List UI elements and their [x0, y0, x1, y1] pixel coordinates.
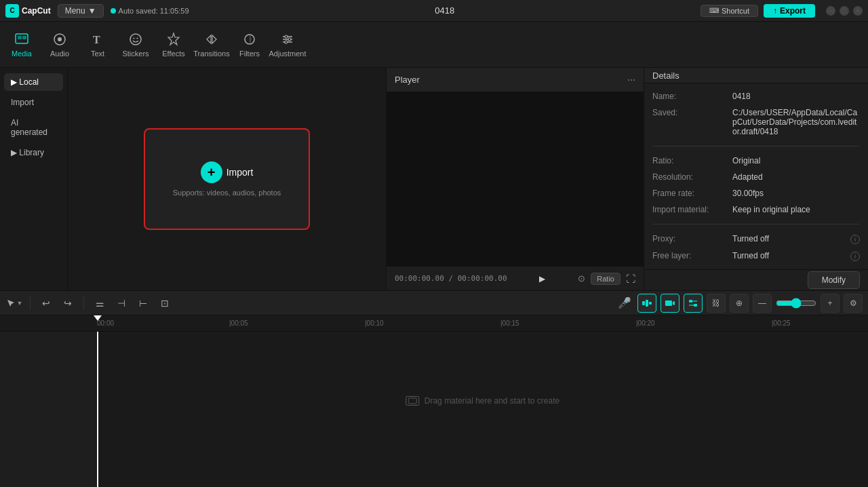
content-area: ▶ Local Import AI generated ▶ Library + …: [0, 68, 868, 290]
detail-value-name: 0418: [732, 92, 860, 101]
settings-button[interactable]: ⚙: [844, 294, 863, 313]
detail-row-free-layer: Free layer: Turned off i: [652, 251, 860, 261]
svg-rect-2: [22, 36, 26, 39]
toolbar-item-audio[interactable]: Audio: [41, 24, 79, 65]
sidebar-item-local[interactable]: ▶ Local: [4, 73, 63, 91]
svg-rect-17: [642, 301, 645, 305]
split-button[interactable]: ⚌: [91, 294, 108, 312]
local-arrow-icon: ▶: [11, 77, 19, 87]
maximize-button[interactable]: □: [840, 6, 849, 16]
fullscreen-icon[interactable]: ⛶: [626, 273, 635, 284]
close-button[interactable]: ✕: [853, 6, 863, 16]
audio-label: Audio: [50, 50, 69, 58]
trim-right-button[interactable]: ⊢: [134, 294, 152, 312]
play-button[interactable]: ▶: [534, 271, 551, 287]
player-controls: 00:00:00.00 / 00:00:00.00 ▶ ⊙ Ratio ⛶: [387, 266, 644, 290]
import-box[interactable]: + Import Supports: videos, audios, photo…: [144, 128, 310, 230]
zoom-in-button[interactable]: +: [821, 294, 840, 313]
main-toolbar: Media Audio T Text Stickers Effects: [0, 22, 868, 68]
playhead-triangle-icon: [94, 315, 102, 321]
toolbar-item-transitions[interactable]: Transitions: [193, 24, 231, 65]
svg-text:T: T: [93, 34, 100, 45]
detail-row-ratio: Ratio: Original: [652, 156, 860, 165]
menu-button[interactable]: Menu ▼: [58, 4, 104, 18]
select-tool[interactable]: ▼: [5, 294, 23, 312]
timeline-toolbar: ▼ ↩ ↪ ⚌ ⊣ ⊢ ⊡ 🎤: [0, 291, 868, 315]
adjustment-label: Adjustment: [269, 50, 306, 58]
clip-settings-button[interactable]: [684, 294, 703, 313]
player-time-display: 00:00:00.00 / 00:00:00.00: [395, 274, 507, 283]
zoom-out-button[interactable]: —: [753, 294, 772, 313]
logo-text: CapCut: [22, 6, 51, 16]
detail-value-import-material: Keep in original place: [732, 205, 860, 214]
media-label: Media: [12, 50, 32, 58]
microphone-button[interactable]: 🎤: [616, 294, 633, 312]
toolbar-item-stickers[interactable]: Stickers: [117, 24, 155, 65]
ruler-mark-5: |00:05: [229, 319, 248, 327]
svg-point-6: [130, 34, 141, 45]
export-icon: ↑: [773, 6, 777, 16]
minimize-button[interactable]: —: [826, 6, 835, 16]
fit-to-screen-icon[interactable]: ⊙: [578, 273, 585, 284]
toolbar-item-media[interactable]: Media: [3, 24, 41, 65]
stickers-icon: [128, 32, 143, 47]
redo-button[interactable]: ↪: [59, 294, 77, 312]
ruler-mark-25: |00:25: [772, 319, 791, 327]
detail-row-import-material: Import material: Keep in original place: [652, 205, 860, 214]
detail-value-framerate: 30.00fps: [732, 189, 860, 198]
sidebar-item-library[interactable]: ▶ Library: [4, 144, 63, 161]
toolbar-separator-1: [30, 296, 31, 310]
audio-icon: [52, 32, 67, 47]
playhead-indicator: [97, 315, 105, 321]
audio-track-button[interactable]: [637, 294, 656, 313]
video-track-button[interactable]: [660, 294, 679, 313]
zoom-range[interactable]: [776, 298, 816, 309]
svg-point-7: [134, 37, 135, 39]
export-label: Export: [780, 6, 806, 16]
snap-button[interactable]: ⊕: [730, 294, 749, 313]
modify-button[interactable]: Modify: [808, 271, 860, 289]
trim-left-button[interactable]: ⊣: [113, 294, 130, 312]
sidebar-item-import[interactable]: Import: [4, 94, 63, 111]
proxy-info-icon[interactable]: i: [850, 235, 860, 244]
svg-point-14: [285, 35, 288, 38]
toolbar-separator-2: [83, 296, 84, 310]
sidebar-item-ai-generated[interactable]: AI generated: [4, 114, 63, 141]
shortcut-label: Shortcut: [722, 7, 749, 15]
titlebar-right: ⌨ Shortcut ↑ Export — □ ✕: [701, 4, 863, 18]
ruler-mark-15: |00:15: [500, 319, 519, 327]
delete-button[interactable]: ⊡: [156, 294, 174, 312]
link-button[interactable]: ⛓: [707, 294, 726, 313]
timeline-toolbar-right: 🎤: [616, 294, 863, 313]
sidebar: ▶ Local Import AI generated ▶ Library: [0, 68, 68, 290]
detail-row-framerate: Frame rate: 30.00fps: [652, 189, 860, 198]
playhead-line: [97, 332, 98, 487]
detail-value-proxy: Turned off: [732, 234, 845, 244]
filters-icon: [242, 32, 257, 47]
detail-key-ratio: Ratio:: [652, 156, 727, 165]
svg-rect-1: [18, 36, 22, 39]
detail-key-framerate: Frame rate:: [652, 189, 727, 198]
shortcut-button[interactable]: ⌨ Shortcut: [701, 5, 758, 17]
undo-button[interactable]: ↩: [37, 294, 55, 312]
transitions-icon: [204, 32, 219, 47]
time-current: 00:00:00.00: [395, 274, 444, 283]
ratio-button[interactable]: Ratio: [591, 273, 620, 285]
svg-rect-19: [649, 302, 652, 305]
detail-key-free-layer: Free layer:: [652, 251, 727, 260]
toolbar-item-adjustment[interactable]: Adjustment: [269, 24, 307, 65]
zoom-slider[interactable]: [776, 294, 816, 313]
export-button[interactable]: ↑ Export: [764, 4, 815, 18]
details-body: Name: 0418 Saved: C:/Users/USER/AppData/…: [644, 83, 868, 269]
transitions-label: Transitions: [193, 50, 229, 58]
player-header: Player ⋯: [387, 68, 644, 92]
toolbar-item-effects[interactable]: Effects: [155, 24, 193, 65]
media-area: + Import Supports: videos, audios, photo…: [68, 68, 386, 290]
player-menu-icon[interactable]: ⋯: [627, 75, 635, 85]
drag-hint-icon: [406, 396, 419, 406]
ratio-label: Ratio: [597, 275, 614, 283]
toolbar-item-filters[interactable]: Filters: [231, 24, 269, 65]
toolbar-item-text[interactable]: T Text: [79, 24, 117, 65]
free-layer-info-icon[interactable]: i: [850, 252, 860, 261]
time-total: 00:00:00.00: [458, 274, 507, 283]
